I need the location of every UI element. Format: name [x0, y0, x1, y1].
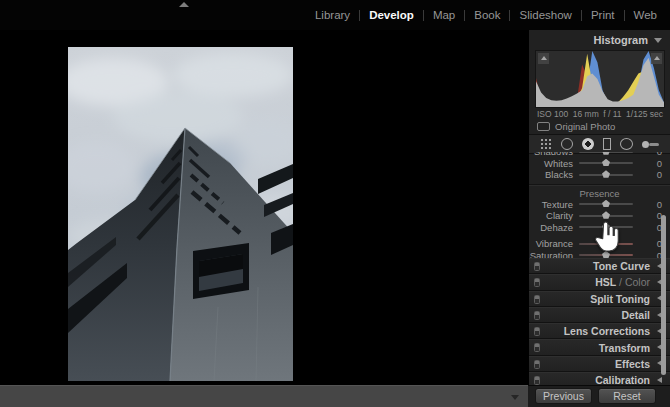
histogram-header[interactable]: Histogram [594, 34, 662, 46]
chevron-left-icon [657, 377, 662, 383]
panel-transform[interactable]: Transform [529, 339, 670, 355]
exif-shutter: 1/125 sec [626, 109, 663, 119]
slider-clarity[interactable]: Clarity 0 [529, 210, 670, 222]
slider-thumb[interactable] [602, 211, 610, 219]
exif-iso: ISO 100 [537, 109, 568, 119]
panel-toggle-icon[interactable] [534, 295, 540, 304]
graduated-filter-icon[interactable] [603, 138, 611, 150]
panel-hsl-color[interactable]: HSL / Color [529, 274, 670, 290]
panel-detail[interactable]: Detail [529, 307, 670, 323]
radial-filter-icon[interactable] [620, 138, 633, 150]
panel-list: Tone Curve HSL / Color Split Toning Deta… [529, 258, 670, 388]
panel-toggle-icon[interactable] [534, 343, 540, 352]
nav-map[interactable]: Map [424, 9, 464, 21]
nav-web[interactable]: Web [625, 9, 666, 21]
panel-split-toning[interactable]: Split Toning [529, 291, 670, 307]
right-panel: Histogram ISO 100 16 mm f / 11 1/125 sec… [528, 30, 670, 385]
slider-whites[interactable]: Whites 0 [529, 158, 670, 170]
slider-track[interactable] [579, 152, 633, 153]
original-photo-row[interactable]: Original Photo [537, 120, 615, 132]
presence-label: Presence [529, 188, 670, 199]
original-photo-label: Original Photo [555, 121, 615, 132]
panel-lens-corrections[interactable]: Lens Corrections [529, 323, 670, 339]
module-nav: Library Develop Map Book Slideshow Print… [306, 0, 666, 30]
photo-frame-icon [537, 122, 550, 131]
panel-toggle-icon[interactable] [534, 327, 540, 336]
toolbar-collapse-icon[interactable] [511, 395, 519, 400]
module-picker-bar: Library Develop Map Book Slideshow Print… [0, 0, 670, 31]
panel-toggle-icon[interactable] [534, 360, 540, 369]
nav-slideshow[interactable]: Slideshow [510, 9, 580, 21]
nav-library[interactable]: Library [306, 9, 359, 21]
exif-focal: 16 mm [573, 109, 599, 119]
photo-building[interactable] [68, 47, 293, 381]
crop-overlay-icon[interactable] [540, 138, 552, 150]
slider-thumb[interactable] [602, 170, 610, 178]
highlight-clipping-indicator-icon[interactable] [651, 53, 662, 64]
slider-texture[interactable]: Texture 0 [529, 199, 670, 211]
reset-button[interactable]: Reset [598, 388, 656, 404]
histogram-title: Histogram [594, 34, 648, 46]
slider-track[interactable] [579, 162, 633, 164]
nav-print[interactable]: Print [582, 9, 624, 21]
slider-track[interactable] [579, 203, 633, 205]
slider-thumb[interactable] [602, 152, 610, 155]
panel-scrollbar[interactable] [661, 215, 666, 375]
slider-blacks[interactable]: Blacks 0 [529, 169, 670, 181]
top-panel-collapse-icon[interactable] [179, 2, 189, 7]
photo-canvas [68, 47, 293, 381]
content-toolbar [0, 385, 528, 407]
shadow-clipping-indicator-icon[interactable] [538, 53, 549, 64]
panel-tone-curve[interactable]: Tone Curve [529, 258, 670, 274]
histogram-svg[interactable] [536, 51, 664, 107]
slider-track[interactable] [579, 215, 633, 217]
panel-toggle-icon[interactable] [534, 311, 540, 320]
nav-develop[interactable]: Develop [360, 9, 423, 21]
slider-track[interactable] [579, 254, 633, 256]
slider-thumb[interactable] [602, 159, 610, 167]
slider-track[interactable] [579, 174, 633, 176]
tool-strip [529, 134, 670, 154]
exif-row: ISO 100 16 mm f / 11 1/125 sec [537, 109, 663, 119]
histogram-box [535, 50, 665, 108]
adjustment-brush-icon[interactable] [642, 140, 659, 149]
previous-button[interactable]: Previous [535, 388, 592, 404]
red-eye-icon[interactable] [582, 138, 594, 150]
slider-thumb[interactable] [602, 200, 610, 208]
nav-book[interactable]: Book [465, 9, 509, 21]
exif-aperture: f / 11 [603, 109, 621, 119]
chevron-down-icon [654, 38, 662, 43]
panel-effects[interactable]: Effects [529, 356, 670, 372]
develop-canvas-area [0, 30, 528, 385]
right-panel-footer: Previous Reset [528, 385, 670, 407]
spot-removal-icon[interactable] [561, 138, 573, 150]
panel-toggle-icon[interactable] [534, 278, 540, 287]
cursor-hand-icon [594, 221, 621, 253]
panel-toggle-icon[interactable] [534, 262, 540, 271]
section-divider [529, 184, 670, 186]
panel-toggle-icon[interactable] [534, 376, 540, 385]
